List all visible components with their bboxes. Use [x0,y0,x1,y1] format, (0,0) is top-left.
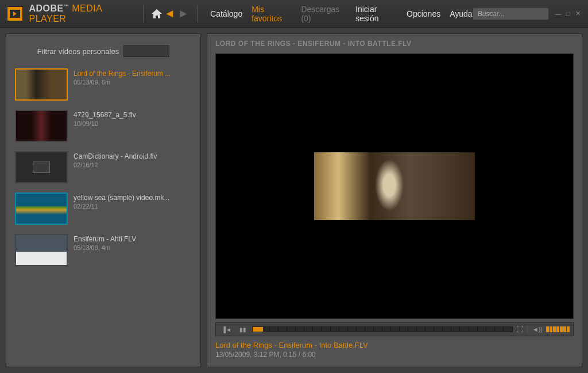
nav-downloads[interactable]: Descargas (0) [301,5,346,23]
fullscreen-icon[interactable]: ⛶ [516,325,523,333]
brand-label: ADOBE™ MEDIA PLAYER [29,3,136,24]
filter-row: Filtrar vídeos personales [6,40,200,68]
video-date: 05/13/09, 4m [74,244,136,251]
topbar: ADOBE™ MEDIA PLAYER ◄ ► Catálogo Mis fav… [0,0,588,28]
back-icon[interactable]: ◄ [164,7,176,20]
film-icon [33,161,50,173]
nav-links: Catálogo Mis favoritos Descargas (0) Ini… [210,5,473,23]
video-date: 02/22/11 [74,203,169,210]
app-window: ADOBE™ MEDIA PLAYER ◄ ► Catálogo Mis fav… [0,0,588,373]
minimize-icon[interactable]: — [555,10,562,17]
forward-icon: ► [177,7,189,20]
list-item[interactable]: yellow sea (sample) video.mk... 02/22/11 [15,193,192,225]
volume-bars[interactable] [546,326,570,332]
video-title: CamDictionary - Android.flv [74,152,157,160]
list-item[interactable]: Lord of the Rings - Ensiferum ... 05/13/… [15,68,192,101]
volume-icon[interactable]: ◄)) [532,326,543,333]
app-logo [7,6,23,21]
video-date: 10/09/10 [74,120,136,127]
content-panel: LORD OF THE RINGS - ENSIFERUM - INTO BAT… [207,33,582,367]
search-input[interactable]: Buscar... [473,7,549,20]
list-item[interactable]: 4729_15687_a_5.flv 10/09/10 [15,110,192,142]
now-playing: Lord of the Rings - Ensiferum - Into Bat… [207,336,582,367]
filter-label: Filtrar vídeos personales [37,47,119,56]
progress-fill [253,327,263,332]
video-thumbnail[interactable] [15,193,68,225]
nav-favorites[interactable]: Mis favoritos [252,5,292,23]
nav-options[interactable]: Opciones [407,9,440,18]
pause-icon[interactable]: ▮▮ [237,325,249,334]
skip-back-icon[interactable]: ▐◄ [219,325,234,334]
video-frame [314,152,475,220]
video-date: 05/13/09, 6m [74,79,171,86]
video-list: Lord of the Rings - Ensiferum ... 05/13/… [6,68,200,361]
nav-catalog[interactable]: Catálogo [210,9,242,18]
window-controls: — □ ✕ [555,10,581,17]
video-thumbnail[interactable] [15,68,68,101]
video-title: Lord of the Rings - Ensiferum ... [74,70,171,78]
progress-bar[interactable] [252,326,513,332]
video-thumbnail[interactable] [15,234,68,266]
video-title: yellow sea (sample) video.mk... [74,194,169,202]
video-player[interactable] [215,53,574,319]
main-area: Filtrar vídeos personales Lord of the Ri… [0,28,588,373]
close-icon[interactable]: ✕ [574,10,581,17]
filter-input[interactable] [123,45,169,57]
nav-help[interactable]: Ayuda [450,9,472,18]
player-controls: ▐◄ ▮▮ ⛶ | ◄)) [215,322,574,336]
video-date: 02/16/12 [74,161,157,168]
list-item[interactable]: CamDictionary - Android.flv 02/16/12 [15,151,192,183]
video-title: Ensiferum - Ahti.FLV [74,235,136,243]
video-title: 4729_15687_a_5.flv [74,111,136,119]
maximize-icon[interactable]: □ [564,10,571,17]
video-thumbnail[interactable] [15,110,68,142]
home-icon[interactable] [150,8,163,20]
content-title: LORD OF THE RINGS - ENSIFERUM - INTO BAT… [207,34,582,53]
list-item[interactable]: Ensiferum - Ahti.FLV 05/13/09, 4m [15,234,192,266]
now-playing-meta: 13/05/2009, 3:12 PM, 0:15 / 6:00 [215,351,574,359]
video-thumbnail[interactable] [15,151,68,183]
sidebar: Filtrar vídeos personales Lord of the Ri… [6,33,201,367]
now-playing-title: Lord of the Rings - Ensiferum - Into Bat… [215,341,574,349]
nav-login[interactable]: Iniciar sesión [355,5,397,23]
